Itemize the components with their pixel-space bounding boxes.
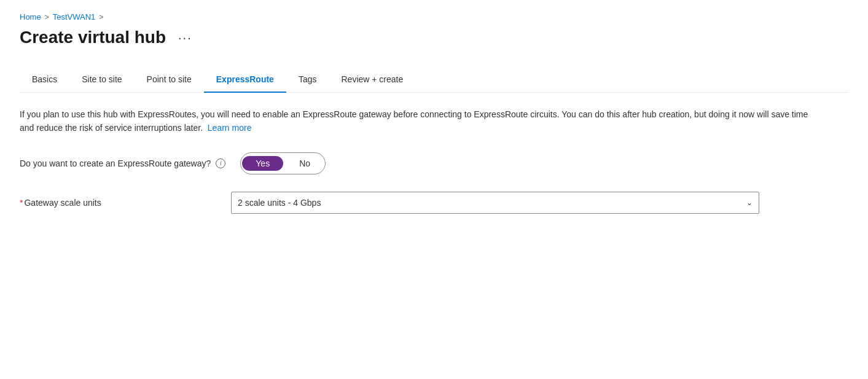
gateway-scale-units-value: 2 scale units - 4 Gbps (238, 198, 321, 208)
page-header: Create virtual hub ··· (20, 28, 848, 47)
toggle-no[interactable]: No (284, 155, 325, 172)
toggle-yes[interactable]: Yes (242, 156, 283, 171)
breadcrumb-separator-1: > (45, 13, 49, 21)
tab-tags[interactable]: Tags (286, 67, 329, 93)
chevron-down-icon: ⌄ (746, 198, 753, 207)
tabs-container: Basics Site to site Point to site Expres… (20, 67, 848, 93)
form-section: Do you want to create an ExpressRoute ga… (20, 152, 848, 214)
gateway-scale-units-label-group: *Gateway scale units (20, 198, 216, 208)
gateway-scale-units-dropdown[interactable]: 2 scale units - 4 Gbps ⌄ (231, 192, 759, 214)
tab-point-to-site[interactable]: Point to site (135, 67, 204, 93)
tab-site-to-site[interactable]: Site to site (69, 67, 134, 93)
gateway-scale-units-row: *Gateway scale units 2 scale units - 4 G… (20, 192, 848, 214)
description-text: If you plan to use this hub with Express… (20, 109, 808, 133)
breadcrumb: Home > TestVWAN1 > (20, 12, 848, 21)
gateway-scale-units-label: *Gateway scale units (20, 198, 101, 208)
gateway-question-row: Do you want to create an ExpressRoute ga… (20, 152, 848, 174)
breadcrumb-home[interactable]: Home (20, 12, 41, 21)
required-star: * (20, 198, 23, 208)
gateway-toggle[interactable]: Yes No (240, 152, 326, 174)
header-menu-button[interactable]: ··· (173, 28, 197, 47)
tab-basics[interactable]: Basics (20, 67, 69, 93)
gateway-question-label: Do you want to create an ExpressRoute ga… (20, 158, 211, 168)
gateway-question-label-group: Do you want to create an ExpressRoute ga… (20, 158, 225, 168)
description-block: If you plan to use this hub with Express… (20, 107, 818, 135)
tab-review-create[interactable]: Review + create (329, 67, 416, 93)
learn-more-link[interactable]: Learn more (208, 123, 252, 133)
tab-expressroute[interactable]: ExpressRoute (204, 67, 286, 93)
page-title: Create virtual hub (20, 28, 166, 47)
breadcrumb-testvwan1[interactable]: TestVWAN1 (53, 12, 96, 21)
breadcrumb-separator-2: > (99, 13, 103, 21)
page-container: Home > TestVWAN1 > Create virtual hub ··… (0, 0, 868, 233)
gateway-question-info-icon[interactable]: i (216, 158, 225, 168)
